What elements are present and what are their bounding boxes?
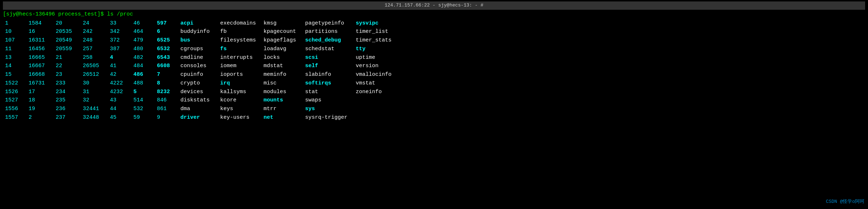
list-item: 44 (108, 105, 131, 113)
list-item: 482 (131, 53, 155, 62)
list-item: 514 (131, 96, 155, 105)
list-item: execdomains (218, 19, 261, 28)
list-item: modules (261, 88, 303, 96)
list-item: 15 (3, 70, 26, 79)
list-item: net (261, 113, 303, 122)
list-item: softirqs (303, 79, 354, 88)
list-item: vmallocinfo (354, 70, 399, 79)
list-item: 1526 (3, 88, 26, 96)
list-item: locks (261, 53, 303, 62)
list-item: 23 (54, 70, 81, 79)
list-item: iomem (218, 62, 261, 70)
list-item: 30 (81, 79, 108, 88)
list-item: 237 (54, 113, 81, 122)
list-item: 248 (81, 36, 108, 45)
list-item: 8232 (155, 88, 178, 96)
list-item: misc (261, 79, 303, 88)
content-area: [sjy@hecs-136496 process_test]$ ls /proc… (3, 10, 865, 122)
list-item: crypto (178, 79, 218, 88)
list-item: 532 (131, 105, 155, 113)
list-item: 1527 (3, 96, 26, 105)
list-item: 21 (54, 53, 81, 62)
list-item: kcore (218, 96, 261, 105)
list-item: cgroups (178, 45, 218, 53)
list-item: key-users (218, 113, 261, 122)
title-bar: 124.71.157.66:22 - sjy@hecs-13: - # (3, 1, 865, 10)
list-item: 16311 (26, 36, 54, 45)
list-item: 372 (108, 36, 131, 45)
list-item: 33 (108, 19, 131, 28)
list-item: dma (178, 105, 218, 113)
list-item: 18 (26, 96, 54, 105)
list-item: 20549 (54, 36, 81, 45)
list-item: bus (178, 36, 218, 45)
list-item: 16456 (26, 45, 54, 53)
list-item: kmsg (261, 19, 303, 28)
list-item: consoles (178, 62, 218, 70)
list-item: partitions (303, 27, 354, 36)
list-item: 17 (26, 88, 54, 96)
list-item: 479 (131, 36, 155, 45)
list-item: 42 (108, 70, 131, 79)
list-item: mounts (261, 96, 303, 105)
list-item: 16731 (26, 79, 54, 88)
list-item: 488 (131, 79, 155, 88)
ls-output: 1158420243346597acpiexecdomainskmsgpaget… (3, 19, 865, 122)
list-item: buddyinfo (178, 27, 218, 36)
list-item: 5 (131, 88, 155, 96)
list-item (354, 105, 399, 113)
list-item: 8 (155, 79, 178, 88)
list-item: 846 (155, 96, 178, 105)
list-item: 9 (155, 113, 178, 122)
list-item: mtrr (261, 105, 303, 113)
list-item: 342 (108, 27, 131, 36)
list-item: 32441 (81, 105, 108, 113)
list-item: 20 (54, 19, 81, 28)
list-item: meminfo (261, 70, 303, 79)
list-item: sched_debug (303, 36, 354, 45)
prompt-line: [sjy@hecs-136496 process_test]$ ls /proc (3, 10, 865, 18)
list-item: cpuinfo (178, 70, 218, 79)
list-item: timer_list (354, 27, 399, 36)
list-item: 7 (155, 70, 178, 79)
list-item: 16665 (26, 53, 54, 62)
terminal: 124.71.157.66:22 - sjy@hecs-13: - # [sjy… (0, 0, 868, 123)
list-item: 16668 (26, 70, 54, 79)
list-item: kpagecount (261, 27, 303, 36)
list-item: 1584 (26, 19, 54, 28)
list-item: 26505 (81, 62, 108, 70)
list-item: kallsyms (218, 88, 261, 96)
list-item: 235 (54, 96, 81, 105)
list-item: loadavg (261, 45, 303, 53)
list-item: 32448 (81, 113, 108, 122)
list-item: 6532 (155, 45, 178, 53)
list-item: 1 (3, 19, 26, 28)
list-item: vmstat (354, 79, 399, 88)
list-item: zoneinfo (354, 88, 399, 96)
list-item: 480 (131, 45, 155, 53)
list-item: 45 (108, 113, 131, 122)
list-item: 258 (81, 53, 108, 62)
list-item: schedstat (303, 45, 354, 53)
list-item: fb (218, 27, 261, 36)
list-item: pagetypeinfo (303, 19, 354, 28)
list-item: scsi (303, 53, 354, 62)
list-item: ioports (218, 70, 261, 79)
list-item: acpi (178, 19, 218, 28)
list-item: 22 (54, 62, 81, 70)
list-item: 4 (108, 53, 131, 62)
list-item: 16667 (26, 62, 54, 70)
list-item: 2 (26, 113, 54, 122)
list-item: 19 (26, 105, 54, 113)
list-item: keys (218, 105, 261, 113)
list-item: 236 (54, 105, 81, 113)
list-item: 43 (108, 96, 131, 105)
list-item: cmdline (178, 53, 218, 62)
watermark: CSDN @怪学o阿呵 (826, 199, 864, 205)
list-item: 20535 (54, 27, 81, 36)
list-item: 6525 (155, 36, 178, 45)
list-item: 464 (131, 27, 155, 36)
list-item: 486 (131, 70, 155, 79)
list-item: 10 (3, 27, 26, 36)
list-item: 1556 (3, 105, 26, 113)
